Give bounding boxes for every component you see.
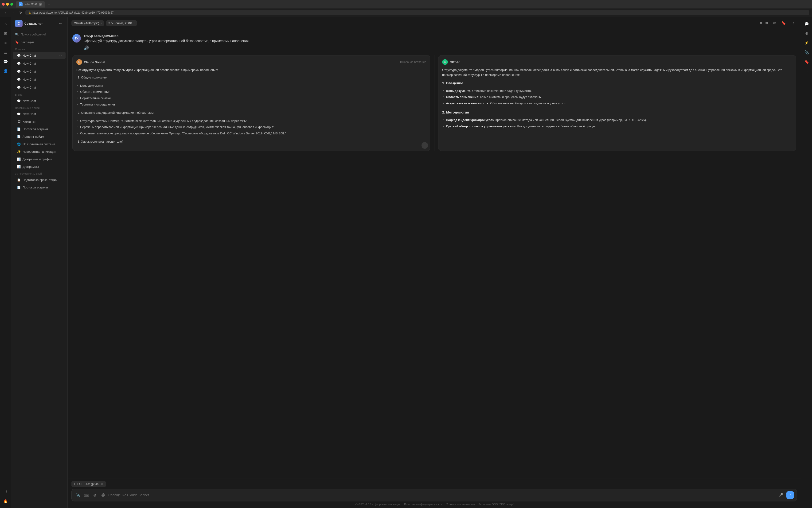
sidebar-item-2[interactable]: 💬 New Chat ··· xyxy=(13,68,66,75)
grid-icon[interactable]: ⊞ xyxy=(1,29,10,38)
tab-close-button[interactable]: ✕ xyxy=(39,3,42,6)
sidebar-item-4[interactable]: 💬 New Chat ··· xyxy=(13,84,66,91)
user-icon[interactable]: 👤 xyxy=(1,67,10,75)
at-button[interactable]: @ xyxy=(100,492,106,498)
claude-model-label: C Claude Sonnet xyxy=(76,59,105,65)
sidebar-item-l30-1[interactable]: 📄 Протокол встречи xyxy=(13,184,66,191)
scroll-down-button[interactable]: ↓ xyxy=(422,142,428,149)
new-tab-button[interactable]: + xyxy=(46,1,52,7)
panel-bookmark-icon[interactable]: 🔖 xyxy=(802,57,811,66)
presentation-item-icon: 📋 xyxy=(17,178,21,182)
audio-icon[interactable]: 🔊 xyxy=(84,45,796,50)
sidebar-item-p7-5[interactable]: ✨ Невероятная анимация xyxy=(13,148,66,155)
mic-button[interactable]: 🎤 xyxy=(777,491,784,499)
gpt-item-1-2: Область применения: Какие системы и проц… xyxy=(442,94,792,100)
close-window-button[interactable] xyxy=(2,3,5,6)
gpt-item-1-3: Актуальность и значимость: Обоснование н… xyxy=(442,100,792,107)
claude-section-3-title: Характеристика нарушителей xyxy=(81,139,426,145)
sidebar-item-p7-7[interactable]: 📊 Диаграммы xyxy=(13,163,66,170)
chat-item-icon: 💬 xyxy=(17,61,21,65)
sidebar-item-label: Лендинг пейдж xyxy=(23,135,62,138)
add-button[interactable]: ⊕ xyxy=(91,492,98,498)
sidebar-item-l30-0[interactable]: 📋 Подготовка презентации xyxy=(13,176,66,183)
sidebar-item-3[interactable]: 💬 New Chat ··· xyxy=(13,76,66,83)
gpt-icon: G xyxy=(442,59,448,65)
bookmark-icon: 🔖 xyxy=(15,40,19,44)
input-row: 📎 ⌨ ⊕ @ 🎤 ↑ xyxy=(72,489,797,501)
sidebar-item-label: Диаграммы xyxy=(23,165,62,168)
code-button[interactable]: ⌨ xyxy=(83,492,89,498)
sidebar-item-label: New Chat xyxy=(23,70,57,73)
response-divider[interactable] xyxy=(434,55,434,151)
search-button[interactable]: 🔍 Поиск сообщений xyxy=(11,30,68,39)
model-name: Claude (Anthropic) xyxy=(74,22,99,25)
list-icon[interactable]: ☰ xyxy=(1,48,10,56)
footer-link-privacy[interactable]: Политика конфиденциальности xyxy=(404,503,442,506)
sidebar-item-1[interactable]: 💬 New Chat ··· xyxy=(13,60,66,67)
claude-section-2-title: Описание защищаемой информационной систе… xyxy=(81,110,426,116)
panel-attach-icon[interactable]: 📎 xyxy=(802,48,811,56)
gpt-response-card: G GPT-4o Структура документа "Модель угр… xyxy=(438,55,796,151)
gpt-response-header: G GPT-4o xyxy=(442,59,792,65)
response-container: C Claude Sonnet Выбраное ветвание Вот ст… xyxy=(72,55,796,151)
panel-chat-icon[interactable]: 💬 xyxy=(802,20,811,28)
send-button[interactable]: ↑ xyxy=(786,491,794,499)
minimize-window-button[interactable] xyxy=(6,3,9,6)
sidebar-item-p7-2[interactable]: 📄 Протокол встречи xyxy=(13,125,66,132)
forward-button[interactable]: › xyxy=(10,10,16,15)
sidebar-item-p7-3[interactable]: 📄 Лендинг пейдж xyxy=(13,133,66,140)
footer-link-requisites[interactable]: Реквизиты ООО "ВИС центр" xyxy=(478,503,513,506)
chat-input[interactable] xyxy=(108,493,775,497)
sidebar-item-p7-1[interactable]: 🖼 Картинки xyxy=(13,118,66,125)
sidebar-item-label: Подготовка презентации xyxy=(23,178,62,182)
maximize-window-button[interactable] xyxy=(10,3,13,6)
right-panel: 💬 ⚙ ⚡ 📎 🔖 → xyxy=(801,17,812,508)
sidebar-item-0[interactable]: 💬 New Chat ··· xyxy=(13,52,66,59)
more-icon[interactable]: ··· xyxy=(59,53,62,57)
footer-link-1[interactable]: VisGPT v1.0.1 - Цифровые инновации xyxy=(355,503,400,506)
sidebar-item-label: Протокол встречи xyxy=(23,185,62,189)
flame-icon[interactable]: 🔥 xyxy=(1,497,10,505)
plus-icon: + xyxy=(74,482,75,486)
sidebar-item-p7-0[interactable]: 💬 New Chat xyxy=(13,111,66,118)
chat-icon[interactable]: 💬 xyxy=(1,57,10,66)
panel-settings-icon[interactable]: ⚙ xyxy=(802,29,811,38)
sidebar-item-yesterday-0[interactable]: 💬 New Chat xyxy=(13,97,66,104)
copy-button[interactable]: ⧉ xyxy=(771,19,778,27)
attach-button[interactable]: 📎 xyxy=(75,492,81,498)
gpt-tag-close-button[interactable]: ✕ xyxy=(100,482,103,486)
sidebar-item-label: New Chat xyxy=(23,112,62,116)
layers-icon[interactable]: ≡ xyxy=(1,39,10,47)
model-version-badge[interactable]: 3.5 Sonnet, 200K ▾ xyxy=(106,20,137,26)
bookmark-button[interactable]: 🔖 xyxy=(780,19,787,27)
panel-filter-icon[interactable]: ⚡ xyxy=(802,39,811,47)
url-box[interactable]: 🔒 https://gpt.vis.center/c/95d25aa7-de2b… xyxy=(26,10,809,15)
chat-item-icon: 💬 xyxy=(17,53,21,57)
footer-link-terms[interactable]: Условия использования xyxy=(446,503,475,506)
doc-item-icon: 📄 xyxy=(17,127,21,131)
moon-icon[interactable]: ☽ xyxy=(1,487,10,496)
claude-intro: Вот структура документа "Модель угроз ин… xyxy=(76,68,426,73)
back-button[interactable]: ‹ xyxy=(3,10,8,15)
reload-button[interactable]: ↻ xyxy=(18,10,24,15)
bookmarks-button[interactable]: 🔖 Закладки xyxy=(11,39,68,46)
model-selector[interactable]: Claude (Anthropic) ▾ xyxy=(72,20,104,26)
gpt-tag-container: + + GPT-4o: gpt-4o ✕ xyxy=(72,481,797,489)
section-last-30: За последние 30 дней xyxy=(11,170,68,176)
claude-item-2-2: Перечень обрабатываемой информации Приме… xyxy=(76,124,426,130)
user-message-content: Тимур Космодемьянов Сформируй структуру … xyxy=(84,34,796,50)
sidebar-item-p7-4[interactable]: 🌐 3D Солнечная система xyxy=(13,140,66,147)
sidebar-item-p7-6[interactable]: 📊 Диаграмма и график xyxy=(13,156,66,163)
gpt-tag: + + GPT-4o: gpt-4o ✕ xyxy=(72,481,106,487)
chat-header: Claude (Anthropic) ▾ 3.5 Sonnet, 200K ▾ xyxy=(68,17,801,29)
user-text: Сформируй структуру документа "Модель уг… xyxy=(84,39,796,43)
claude-item-1-1: Цель документа xyxy=(76,83,426,89)
active-tab[interactable]: V New Chat ✕ xyxy=(16,1,45,7)
gpt-section-2-heading: 2. Методология xyxy=(442,110,792,115)
edit-button[interactable]: ✏ xyxy=(57,20,64,27)
user-name: Тимур Космодемьянов xyxy=(84,34,796,38)
home-icon[interactable]: ⌂ xyxy=(1,20,10,28)
message-area[interactable]: ТК Тимур Космодемьянов Сформируй структу… xyxy=(68,29,801,478)
panel-expand-icon[interactable]: → xyxy=(802,67,811,75)
share-button[interactable]: ↑ xyxy=(789,19,797,27)
